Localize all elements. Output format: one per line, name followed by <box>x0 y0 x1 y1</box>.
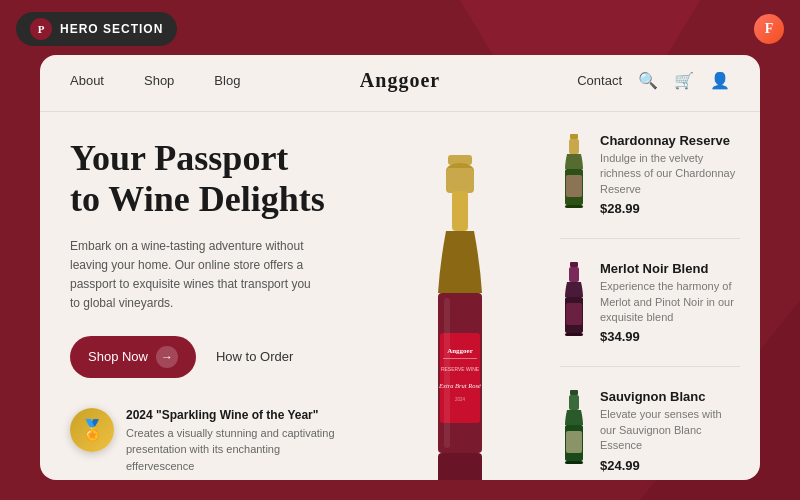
product-desc-sauvignon: Elevate your senses with our Sauvignon B… <box>600 407 740 453</box>
product-bottle-chardonnay <box>560 133 588 208</box>
svg-rect-28 <box>565 461 583 464</box>
svg-rect-24 <box>570 390 578 395</box>
product-info-sauvignon: Sauvignon Blanc Elevate your senses with… <box>600 389 740 472</box>
cart-icon[interactable]: 🛒 <box>674 71 694 90</box>
svg-text:2024: 2024 <box>455 397 466 402</box>
content-area: Your Passport to Wine Delights Embark on… <box>40 118 760 480</box>
award-badge-icon: 🏅 <box>70 408 114 452</box>
hero-section-badge: P HERO SECTION <box>16 12 177 46</box>
hero-title: Your Passport to Wine Delights <box>70 138 350 221</box>
svg-rect-15 <box>569 139 579 154</box>
hero-description: Embark on a wine-tasting adventure witho… <box>70 237 320 314</box>
nav-links: About Shop Blog <box>70 73 240 88</box>
search-icon[interactable]: 🔍 <box>638 71 658 90</box>
nav-divider <box>40 111 760 112</box>
pagination-controls: ‹ › <box>560 473 740 480</box>
svg-rect-14 <box>570 134 578 139</box>
shop-now-arrow-icon: → <box>156 346 178 368</box>
svg-rect-23 <box>565 333 583 336</box>
wine-bottle-image: Anggoer RESERVE WINE Extra Brut Rosé 202… <box>410 153 510 480</box>
bottle-section: Anggoer RESERVE WINE Extra Brut Rosé 202… <box>380 118 540 480</box>
svg-rect-13 <box>444 298 450 448</box>
figma-icon[interactable]: F <box>754 14 784 44</box>
nav-right: Contact 🔍 🛒 👤 <box>577 71 730 90</box>
cta-row: Shop Now → How to Order <box>70 336 350 378</box>
navbar: About Shop Blog Anggoer Contact 🔍 🛒 👤 <box>40 55 760 105</box>
main-card: About Shop Blog Anggoer Contact 🔍 🛒 👤 Yo… <box>40 55 760 480</box>
product-list: Chardonnay Reserve Indulge in the velvet… <box>560 133 740 473</box>
nav-contact[interactable]: Contact <box>577 73 622 88</box>
svg-rect-18 <box>565 205 583 208</box>
list-item: Merlot Noir Blend Experience the harmony… <box>560 261 740 344</box>
top-bar: P HERO SECTION F <box>16 12 784 46</box>
svg-text:Anggoer: Anggoer <box>447 347 473 355</box>
product-name-merlot: Merlot Noir Blend <box>600 261 740 276</box>
product-price-sauvignon: $24.99 <box>600 458 740 473</box>
nav-shop[interactable]: Shop <box>144 73 174 88</box>
svg-rect-2 <box>446 168 474 193</box>
svg-rect-19 <box>570 262 578 267</box>
product-desc-chardonnay: Indulge in the velvety richness of our C… <box>600 151 740 197</box>
svg-rect-17 <box>566 175 582 197</box>
list-item: Chardonnay Reserve Indulge in the velvet… <box>560 133 740 216</box>
brand-icon: P <box>30 18 52 40</box>
list-item: Sauvignon Blanc Elevate your senses with… <box>560 389 740 472</box>
svg-rect-20 <box>569 267 579 282</box>
svg-rect-22 <box>566 303 582 325</box>
product-info-merlot: Merlot Noir Blend Experience the harmony… <box>600 261 740 344</box>
product-name-chardonnay: Chardonnay Reserve <box>600 133 740 148</box>
award-text: 2024 "Sparkling Wine of the Year" Create… <box>126 408 350 475</box>
svg-rect-11 <box>438 453 482 480</box>
product-info-chardonnay: Chardonnay Reserve Indulge in the velvet… <box>600 133 740 216</box>
products-section: Chardonnay Reserve Indulge in the velvet… <box>540 118 760 480</box>
product-divider-1 <box>560 238 740 239</box>
user-icon[interactable]: 👤 <box>710 71 730 90</box>
product-price-merlot: $34.99 <box>600 329 740 344</box>
product-desc-merlot: Experience the harmony of Merlot and Pin… <box>600 279 740 325</box>
product-name-sauvignon: Sauvignon Blanc <box>600 389 740 404</box>
svg-rect-3 <box>452 191 468 231</box>
badge-label: HERO SECTION <box>60 22 163 36</box>
product-bottle-merlot <box>560 261 588 336</box>
award-year-title: 2024 "Sparkling Wine of the Year" <box>126 408 350 422</box>
how-to-order-link[interactable]: How to Order <box>216 349 293 364</box>
svg-rect-25 <box>569 395 579 410</box>
product-bottle-sauvignon <box>560 389 588 464</box>
nav-blog[interactable]: Blog <box>214 73 240 88</box>
nav-about[interactable]: About <box>70 73 104 88</box>
product-divider-2 <box>560 366 740 367</box>
brand-name: Anggoer <box>360 69 440 92</box>
award-section: 🏅 2024 "Sparkling Wine of the Year" Crea… <box>70 408 350 475</box>
shop-now-button[interactable]: Shop Now → <box>70 336 196 378</box>
left-section: Your Passport to Wine Delights Embark on… <box>40 118 380 480</box>
award-description: Creates a visually stunning and captivat… <box>126 425 350 475</box>
product-price-chardonnay: $28.99 <box>600 201 740 216</box>
svg-rect-27 <box>566 431 582 453</box>
